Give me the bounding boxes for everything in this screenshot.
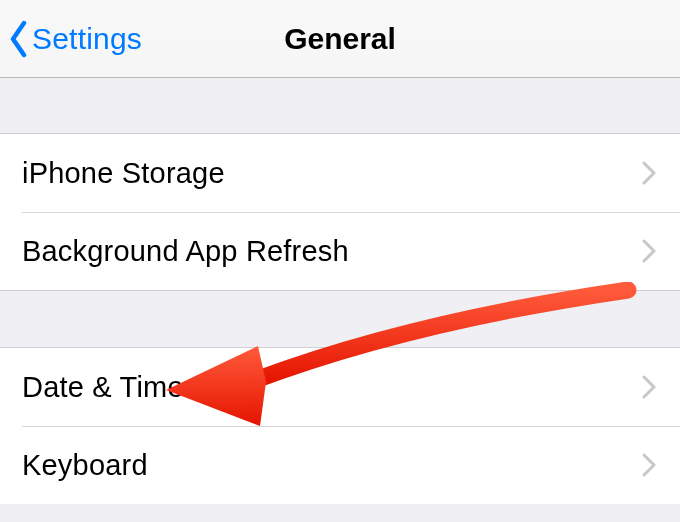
row-label: Background App Refresh [22, 235, 349, 268]
navbar: Settings General [0, 0, 680, 78]
chevron-right-icon [642, 239, 656, 263]
row-label: Keyboard [22, 449, 148, 482]
section-gap [0, 78, 680, 134]
keyboard-row[interactable]: Keyboard [0, 426, 680, 504]
settings-group-2: Date & Time Keyboard [0, 348, 680, 504]
chevron-right-icon [642, 375, 656, 399]
date-time-row[interactable]: Date & Time [0, 348, 680, 426]
chevron-left-icon [8, 20, 30, 58]
back-button[interactable]: Settings [0, 20, 142, 58]
chevron-right-icon [642, 453, 656, 477]
back-label: Settings [32, 22, 142, 56]
row-label: Date & Time [22, 371, 184, 404]
iphone-storage-row[interactable]: iPhone Storage [0, 134, 680, 212]
section-gap [0, 290, 680, 348]
background-app-refresh-row[interactable]: Background App Refresh [0, 212, 680, 290]
settings-group-1: iPhone Storage Background App Refresh [0, 134, 680, 290]
row-label: iPhone Storage [22, 157, 225, 190]
chevron-right-icon [642, 161, 656, 185]
